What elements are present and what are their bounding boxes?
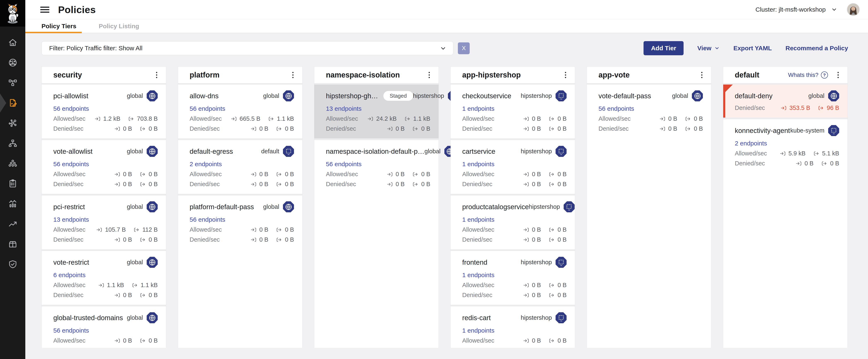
sidebar-item-flow-visualization[interactable] [0,133,25,153]
sidebar-item-policies[interactable] [0,93,25,113]
calico-cat-logo[interactable] [0,0,25,27]
tier-menu-kebab-icon[interactable] [835,70,841,80]
endpoints-link[interactable]: 56 endpoints [190,105,225,112]
policy-card-frontend[interactable]: frontendhipstershopns1 endpointsAllowed/… [451,249,575,305]
endpoints-link[interactable]: 56 endpoints [53,327,89,334]
sidebar-item-threat-defense[interactable] [0,254,25,274]
tier-menu-kebab-icon[interactable] [562,70,569,80]
tier-name: platform [190,71,219,79]
traffic-value: 0 B [830,160,839,167]
endpoints-link[interactable]: 1 endpoints [462,105,494,112]
egress-traffic-icon [140,182,146,187]
policy-traffic-filter-select[interactable]: Filter: Policy Traffic filter: Show All [41,42,453,55]
traffic-row: Denied/sec0 B0 B [53,292,158,299]
traffic-row-label: Denied/sec [598,125,629,132]
endpoints-link[interactable]: 56 endpoints [598,105,634,112]
traffic-metric: 0 B [114,292,132,299]
policy-card-redis-cart[interactable]: redis-carthipstershopns1 endpointsAllowe… [451,305,575,348]
traffic-metric: 0 B [796,160,814,167]
traffic-value: 1.1 kB [413,115,430,122]
user-avatar[interactable] [847,3,860,16]
policy-card-pci-restrict[interactable]: pci-restrictglobal13 endpointsAllowed/se… [42,194,166,249]
endpoints-link[interactable]: 1 endpoints [462,327,494,334]
scope-label: kube-system [790,127,825,134]
traffic-metric: 353.5 B [780,105,810,111]
hamburger-menu-icon[interactable] [40,7,50,13]
policy-card-vote-allowlist[interactable]: vote-allowlistglobal56 endpointsAllowed/… [42,138,166,194]
traffic-metric: 0 B [548,337,566,344]
tab-policy-tiers[interactable]: Policy Tiers [25,19,82,33]
traffic-values: 0 B0 B [386,171,430,177]
policy-card-global-trusted-domains[interactable]: global-trusted-domainsglobal56 endpoints… [42,305,166,348]
policy-card-cartservice[interactable]: cartservicehipstershopns1 endpointsAllow… [451,138,575,194]
tier-menu-kebab-icon[interactable] [426,70,432,80]
traffic-value: 0 B [532,171,541,177]
sidebar-item-service-graph[interactable] [0,113,25,133]
policy-card-checkoutservice[interactable]: checkoutservicehipstershopns1 endpointsA… [451,85,575,138]
policy-card-vote-restrict[interactable]: vote-restrictglobal6 endpointsAllowed/se… [42,249,166,305]
sidebar-item-cluster-nodes[interactable] [0,153,25,173]
sidebar-item-trend-timeline[interactable] [0,214,25,234]
traffic-values: 0 B0 B [114,337,158,344]
traffic-value: 0 B [149,337,158,344]
ingress-traffic-icon [114,182,121,187]
traffic-row: Allowed/sec665.5 B1.1 kB [190,115,294,122]
traffic-values: 0 B0 B [114,236,158,243]
traffic-row: Allowed/sec0 B0 B [53,337,158,344]
traffic-row: Denied/sec0 B0 B [462,125,566,132]
sidebar-item-activity-dashboard[interactable] [0,194,25,214]
policy-card-top: global-trusted-domainsglobal [53,312,158,323]
policy-card-productcatalogservice[interactable]: productcatalogservicehipstershopns1 endp… [451,194,575,249]
tier-column-app-hipstershop: app-hipstershopcheckoutservicehipstersho… [451,66,575,348]
endpoints-link[interactable]: 1 endpoints [462,161,494,168]
policy-card-hipstershop-gh[interactable]: hipstershop-gh…Stagedhipstershopns13 end… [314,85,439,138]
policy-card-default-egress[interactable]: default-egressdefaultns2 endpointsAllowe… [178,138,302,194]
endpoints-link[interactable]: 1 endpoints [462,272,494,279]
policy-card-konnectivity-agent[interactable]: konnectivity-agentkube-systemns2 endpoin… [723,118,847,173]
traffic-metric: 0 B [386,181,405,188]
view-dropdown-button[interactable]: View [697,45,720,52]
policy-card-pci-allowlist[interactable]: pci-allowlistglobal56 endpointsAllowed/s… [42,85,166,138]
sidebar-item-image-assurance[interactable] [0,234,25,254]
policy-card-default-deny[interactable]: default-denyglobalDenied/sec353.5 B96 B [723,85,847,118]
export-yaml-button[interactable]: Export YAML [733,45,772,52]
traffic-values: 353.5 B96 B [780,105,839,111]
sidebar-item-compliance-reports[interactable] [0,173,25,194]
endpoints-link[interactable]: 13 endpoints [53,216,89,223]
traffic-row-label: Allowed/sec [53,282,86,288]
endpoints-link[interactable]: 2 endpoints [190,161,222,168]
endpoints-link[interactable]: 56 endpoints [53,105,89,112]
tier-menu-kebab-icon[interactable] [154,70,160,80]
policy-card-allow-dns[interactable]: allow-dnsglobal56 endpointsAllowed/sec66… [178,85,302,138]
endpoints-link[interactable]: 2 endpoints [735,140,767,147]
traffic-value: 1.2 kB [103,115,120,122]
endpoints-link[interactable]: 56 endpoints [190,216,225,223]
traffic-row: Allowed/sec0 B0 B [462,171,566,177]
clear-filter-button[interactable]: X [458,43,470,54]
policy-card-namespace-isolation-default-p[interactable]: namespace-isolation-default-p…global56 e… [314,138,439,194]
endpoints-link[interactable]: 6 endpoints [53,272,86,279]
endpoints-link[interactable]: 13 endpoints [326,105,362,112]
whats-this-link[interactable]: Whats this?? [788,72,828,79]
global-scope-badge-icon [147,312,158,323]
cluster-selector[interactable]: Cluster: jlt-msft-workshop [755,6,837,13]
policy-card-vote-default-pass[interactable]: vote-default-passglobal56 endpointsAllow… [587,85,711,138]
tier-menu-kebab-icon[interactable] [699,70,705,80]
home-icon [8,37,18,47]
policy-card-platform-default-pass[interactable]: platform-default-passglobal56 endpointsA… [178,194,302,249]
sidebar-item-dashboard-gauge[interactable] [0,53,25,73]
endpoints-link[interactable]: 1 endpoints [462,216,494,223]
global-scope-badge-icon [147,257,158,268]
sidebar-item-network-topology[interactable] [0,73,25,93]
traffic-metric: 112 B [133,226,158,233]
traffic-metric: 0 B [250,236,269,243]
traffic-metric: 0 B [276,171,294,177]
endpoints-link[interactable]: 56 endpoints [53,161,89,168]
add-tier-button[interactable]: Add Tier [644,41,684,55]
sidebar-item-home[interactable] [0,32,25,53]
tier-menu-kebab-icon[interactable] [290,70,296,80]
traffic-value: 0 B [532,236,541,243]
endpoints-link[interactable]: 56 endpoints [326,161,362,168]
recommend-policy-button[interactable]: Recommend a Policy [785,45,848,52]
tab-policy-listing[interactable]: Policy Listing [95,19,143,33]
